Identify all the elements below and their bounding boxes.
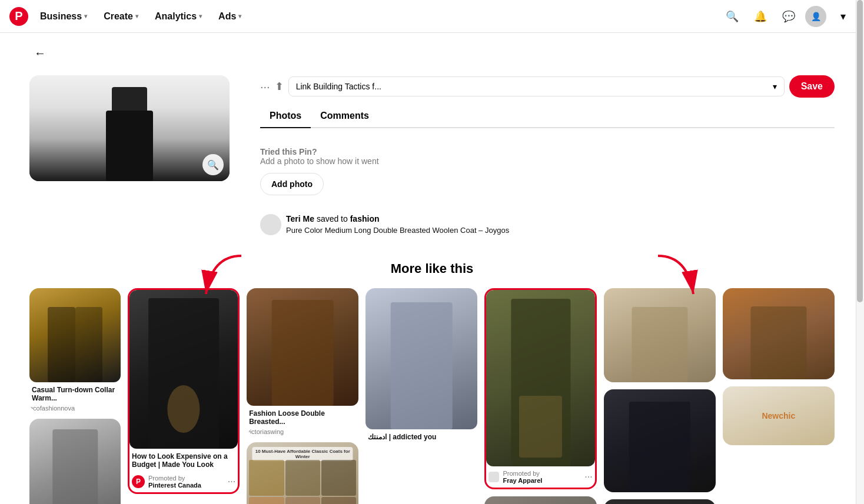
saver-board: fashion: [350, 214, 380, 223]
pin-upload-button[interactable]: ⬆: [275, 80, 284, 93]
item-title: ادمنتك | addicted you: [365, 429, 477, 443]
user-avatar[interactable]: 👤: [805, 6, 826, 27]
back-button[interactable]: ←: [29, 42, 51, 64]
main-content: ← 🔍 ··· ⬆ Link Building Tactics f... ▾ S…: [20, 33, 844, 504]
list-item[interactable]: 10 Must-Have Affordable Classic Coats fo…: [247, 442, 358, 504]
left-sidebar-col: Casual Turn-down Collar Warm... ecofashi…: [29, 288, 121, 504]
tried-pin-main-text: Tried this Pin? Add a photo to show how …: [260, 147, 835, 166]
main-masonry-grid: How to Look Expensive on a Budget | Made…: [128, 288, 835, 504]
nav-expand-button[interactable]: ▾: [831, 5, 855, 28]
promoted-info: Promoted by Pinterest Canada: [148, 475, 201, 489]
promoter-name: Pinterest Canada: [148, 482, 201, 489]
saver-action-line: Teri Me saved to fashion: [286, 214, 509, 223]
list-item[interactable]: [29, 419, 121, 504]
scrollbar-thumb[interactable]: [857, 0, 863, 302]
more-like-this-section: More like this: [29, 249, 835, 504]
nav-create[interactable]: Create ▾: [97, 6, 145, 26]
board-chevron: ▾: [773, 82, 777, 91]
board-name: Link Building Tactics f...: [296, 82, 381, 91]
board-select[interactable]: Link Building Tactics f... ▾: [288, 76, 785, 96]
full-grid: Casual Turn-down Collar Warm... ecofashi…: [29, 288, 835, 504]
item-title: Casual Turn-down Collar Warm...: [29, 382, 121, 405]
tried-pin-sub: Add a photo to show how it went: [260, 156, 379, 166]
back-area: ←: [29, 33, 835, 64]
list-item[interactable]: ادمنتك | addicted you: [365, 288, 477, 443]
analytics-chevron: ▾: [199, 13, 202, 19]
nav-items: Business ▾ Create ▾ Analytics ▾ Ads ▾: [33, 6, 248, 26]
saver-action: saved to: [317, 214, 348, 223]
tab-comments[interactable]: Comments: [311, 105, 378, 128]
item-title: Fashion Loose Double Breasted...: [247, 406, 358, 428]
ads-label: Ads: [218, 11, 236, 22]
pin-info-panel: ··· ⬆ Link Building Tactics f... ▾ Save …: [260, 75, 835, 235]
promoted-more-btn[interactable]: ···: [228, 476, 235, 487]
item-source: victoriaswing: [247, 428, 358, 435]
saver-avatar: [260, 214, 281, 235]
nav-analytics[interactable]: Analytics ▾: [148, 6, 209, 26]
lens-button[interactable]: 🔍: [202, 154, 224, 175]
list-item[interactable]: Sale INPARK: [604, 499, 716, 504]
pin-saver-info: Teri Me saved to fashion Pure Color Medi…: [260, 214, 835, 235]
business-chevron: ▾: [84, 13, 87, 19]
nav-ads[interactable]: Ads ▾: [211, 6, 248, 26]
more-title: More like this: [29, 261, 835, 276]
create-label: Create: [104, 11, 133, 22]
tab-photos[interactable]: Photos: [260, 105, 311, 128]
list-item[interactable]: [604, 288, 716, 382]
saver-details: Teri Me saved to fashion Pure Color Medi…: [286, 214, 509, 235]
pin-title: Pure Color Medium Long Double Breasted W…: [286, 226, 509, 235]
promoted-info: Promoted by Fray Apparel: [503, 470, 542, 484]
promoted-bar: Promoted by Fray Apparel ···: [486, 466, 594, 488]
business-label: Business: [40, 11, 82, 22]
brand-name: Newchic: [762, 411, 795, 420]
top-nav: P Business ▾ Create ▾ Analytics ▾ Ads ▾ …: [0, 0, 864, 33]
item-source: ecofashionnova: [29, 405, 121, 412]
analytics-label: Analytics: [155, 11, 197, 22]
promoted-label: Promoted by: [148, 475, 201, 482]
messages-button[interactable]: 💬: [777, 5, 800, 28]
create-chevron: ▾: [135, 13, 138, 19]
pin-main-image: 🔍: [29, 75, 230, 181]
pinterest-logo[interactable]: P: [9, 7, 28, 26]
promoted-black-coat-item[interactable]: How to Look Expensive on a Budget | Made…: [128, 288, 240, 494]
arrow-container: Casual Turn-down Collar Warm... ecofashi…: [29, 288, 835, 504]
list-item[interactable]: Casual Turn-down Collar Warm... ecofashi…: [29, 288, 121, 412]
pin-detail-section: 🔍 ··· ⬆ Link Building Tactics f... ▾ Sav…: [29, 64, 835, 249]
list-item[interactable]: Fashion Loose Double Breasted... victori…: [247, 288, 358, 435]
pin-tabs: Photos Comments: [260, 105, 835, 128]
pin-image-area: 🔍: [29, 75, 241, 235]
promoter-name: Fray Apparel: [503, 477, 542, 484]
list-item[interactable]: Manteau lady boutons dorés - null | Stra…: [484, 496, 596, 504]
pin-more-button[interactable]: ···: [260, 80, 270, 94]
promoted-bar: P Promoted by Pinterest Canada ···: [129, 471, 238, 492]
promoted-brand-logo: [489, 472, 499, 482]
tried-pin-title: Tried this Pin?: [260, 147, 317, 156]
saver-name: Teri Me: [286, 214, 314, 223]
list-item[interactable]: [604, 389, 716, 492]
list-item[interactable]: [723, 288, 835, 379]
list-item[interactable]: Newchic: [723, 386, 835, 445]
ads-chevron: ▾: [238, 13, 241, 19]
pin-actions: ··· ⬆ Link Building Tactics f... ▾ Save: [260, 75, 835, 98]
promoted-logo: P: [132, 475, 145, 488]
nav-right: 🔍 🔔 💬 👤 ▾: [720, 5, 855, 28]
promoted-label: Promoted by: [503, 470, 542, 477]
search-button[interactable]: 🔍: [720, 5, 744, 28]
scrollbar[interactable]: [856, 0, 864, 504]
promoted-olive-dress-item[interactable]: Promoted by Fray Apparel ···: [484, 288, 596, 489]
nav-business[interactable]: Business ▾: [33, 6, 94, 26]
notifications-button[interactable]: 🔔: [749, 5, 772, 28]
item-title: How to Look Expensive on a Budget | Made…: [129, 449, 238, 471]
save-button[interactable]: Save: [789, 75, 835, 98]
promoted-more-btn[interactable]: ···: [584, 472, 592, 482]
tried-pin-section: Tried this Pin? Add a photo to show how …: [260, 138, 835, 205]
add-photo-button[interactable]: Add photo: [260, 173, 324, 195]
